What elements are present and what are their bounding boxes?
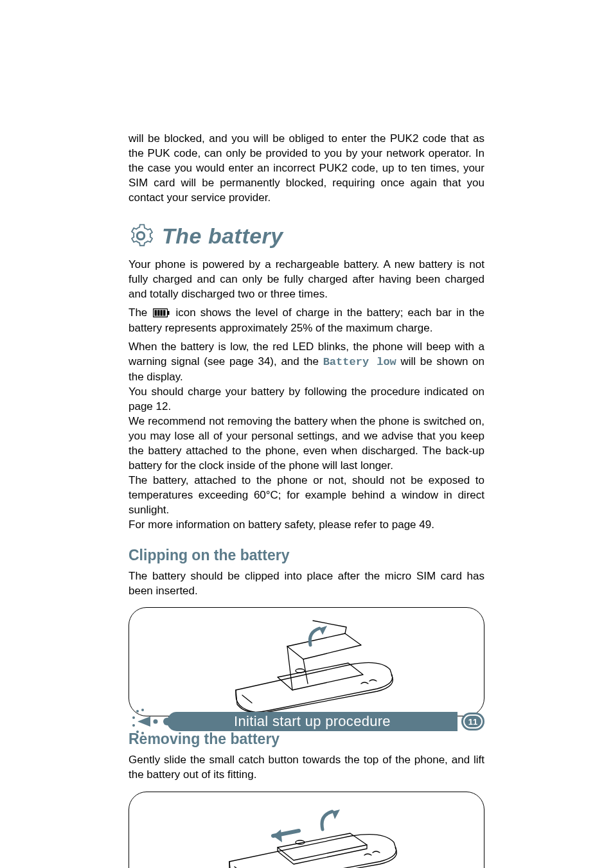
battery-low-label: Battery low bbox=[323, 356, 396, 368]
battery-p2-pre: The bbox=[129, 306, 152, 319]
svg-point-16 bbox=[136, 731, 139, 733]
footer-section-label: Initial start up procedure bbox=[167, 712, 458, 731]
battery-p3-d: We recommend not removing the battery wh… bbox=[129, 415, 484, 472]
battery-p3-e: The battery, attached to the phone or no… bbox=[129, 474, 484, 516]
section-heading-battery: The battery bbox=[129, 224, 484, 249]
svg-marker-10 bbox=[273, 829, 282, 842]
figure-clip-battery bbox=[129, 607, 484, 716]
gear-icon bbox=[129, 224, 153, 248]
page-footer: Initial start up procedure 11 bbox=[129, 702, 484, 741]
svg-rect-5 bbox=[161, 310, 163, 315]
battery-p2: The icon shows the level of charge in th… bbox=[129, 306, 484, 337]
clipping-text: The battery should be clipped into place… bbox=[129, 569, 484, 599]
figure-remove-battery bbox=[129, 792, 484, 868]
svg-marker-8 bbox=[319, 626, 327, 635]
manual-page: will be blocked, and you will be obliged… bbox=[0, 0, 613, 868]
battery-p3-c: You should charge your battery by follow… bbox=[129, 385, 484, 412]
battery-p3: When the battery is low, the red LED bli… bbox=[129, 340, 484, 532]
battery-level-icon bbox=[153, 307, 170, 322]
svg-point-15 bbox=[132, 724, 135, 727]
svg-point-17 bbox=[141, 732, 144, 734]
subheading-clipping: Clipping on the battery bbox=[129, 547, 484, 564]
intro-paragraph: will be blocked, and you will be obliged… bbox=[129, 132, 484, 206]
svg-point-13 bbox=[141, 709, 144, 711]
svg-rect-2 bbox=[168, 311, 170, 315]
svg-point-7 bbox=[296, 669, 305, 673]
battery-p2-post: icon shows the level of charge in the ba… bbox=[129, 306, 484, 335]
section-title-text: The battery bbox=[162, 224, 283, 249]
svg-point-18 bbox=[154, 720, 158, 724]
battery-p1: Your phone is powered by a rechargeable … bbox=[129, 258, 484, 302]
svg-point-12 bbox=[136, 710, 139, 713]
svg-point-0 bbox=[138, 233, 144, 239]
page-number-badge: 11 bbox=[461, 713, 484, 731]
page-number: 11 bbox=[463, 714, 483, 729]
svg-rect-4 bbox=[157, 310, 160, 315]
removing-text: Gently slide the small catch button towa… bbox=[129, 753, 484, 783]
battery-p3-f: For more information on battery safety, … bbox=[129, 518, 434, 531]
svg-rect-6 bbox=[163, 310, 166, 315]
footer-ornament-icon bbox=[129, 705, 162, 738]
svg-point-14 bbox=[132, 716, 135, 719]
svg-rect-3 bbox=[155, 310, 157, 315]
footer-label-text: Initial start up procedure bbox=[234, 713, 391, 730]
